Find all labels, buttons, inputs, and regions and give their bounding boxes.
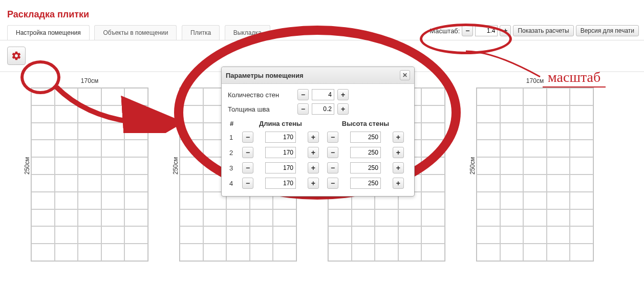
print-version-button[interactable]: Версия для печати [576,25,639,36]
len-plus[interactable]: + [308,162,319,173]
h-minus[interactable]: − [327,162,338,173]
col-length: Длина стены [238,118,323,129]
room-params-dialog: Параметры помещения ✕ Количество стен − … [221,67,415,197]
len-plus[interactable]: + [308,132,319,143]
row-index: 3 [228,160,238,176]
col-index: # [228,118,238,129]
dialog-body: Количество стен − + Толщина шва − + # Дл… [222,84,414,196]
len-input[interactable] [265,132,296,143]
wall-count-minus[interactable]: − [297,89,309,100]
h-input[interactable] [350,162,381,173]
h-input[interactable] [350,147,381,158]
len-minus[interactable]: − [242,147,253,158]
dialog-header[interactable]: Параметры помещения ✕ [222,67,414,84]
len-input[interactable] [265,147,296,158]
len-plus[interactable]: + [308,147,319,158]
h-input[interactable] [350,178,381,189]
wall-4: 170см 250см [476,77,594,262]
seam-minus[interactable]: − [297,103,309,115]
h-input[interactable] [350,132,381,143]
len-input[interactable] [265,162,296,173]
scale-minus-button[interactable]: − [462,25,473,36]
tab-tile[interactable]: Плитка [182,25,220,40]
room-params-button[interactable] [7,47,26,65]
wall-count-label: Количество стен [228,91,294,99]
h-plus[interactable]: + [393,178,404,189]
col-height: Высота стены [323,118,408,129]
wall-row: 4−+−+ [228,176,408,191]
gear-icon [11,51,22,61]
wall-width-label: 170см [31,77,148,84]
seam-input[interactable] [312,103,334,115]
seam-label: Толщина шва [228,105,294,113]
row-index: 4 [228,176,238,191]
wall-row: 2−+−+ [228,145,408,160]
right-controls: Масштаб: − + Показать расчеты Версия для… [430,25,639,36]
scale-plus-button[interactable]: + [500,25,511,36]
wall-height-label: 250см [24,157,31,175]
dialog-close-button[interactable]: ✕ [400,70,410,80]
dialog-title: Параметры помещения [226,72,304,79]
len-minus[interactable]: − [242,162,253,173]
show-calculations-button[interactable]: Показать расчеты [513,25,573,36]
h-plus[interactable]: + [393,162,404,173]
h-minus[interactable]: − [327,147,338,158]
row-index: 2 [228,145,238,160]
row-index: 1 [228,129,238,145]
tab-room-settings[interactable]: Настройка помещения [7,25,90,40]
close-icon: ✕ [402,72,407,79]
seam-plus[interactable]: + [337,103,349,115]
scale-input[interactable] [475,25,498,36]
h-minus[interactable]: − [327,132,338,143]
h-minus[interactable]: − [327,178,338,189]
tab-layout[interactable]: Выкладка [225,25,270,40]
len-input[interactable] [265,178,296,189]
tile-grid[interactable] [476,88,594,262]
h-plus[interactable]: + [393,132,404,143]
tab-objects[interactable]: Объекты в помещении [94,25,177,40]
tile-grid[interactable] [31,88,148,262]
wall-count-plus[interactable]: + [337,89,349,100]
scale-label: Масштаб: [430,27,460,35]
wall-width-label: 170см [476,77,594,84]
len-plus[interactable]: + [308,178,319,189]
wall-row: 1−+−+ [228,129,408,145]
wall-height-label: 250см [469,157,476,175]
h-plus[interactable]: + [393,147,404,158]
page-title: Раскладка плитки [0,0,644,25]
wall-height-label: 250см [172,157,179,175]
len-minus[interactable]: − [242,178,253,189]
tab-bar: Настройка помещения Объекты в помещении … [0,25,644,40]
wall-row: 3−+−+ [228,160,408,176]
wall-1: 170см 250см [31,77,148,262]
walls-table: # Длина стены Высота стены 1−+−+2−+−+3−+… [228,118,408,191]
wall-count-input[interactable] [312,89,334,100]
len-minus[interactable]: − [242,132,253,143]
